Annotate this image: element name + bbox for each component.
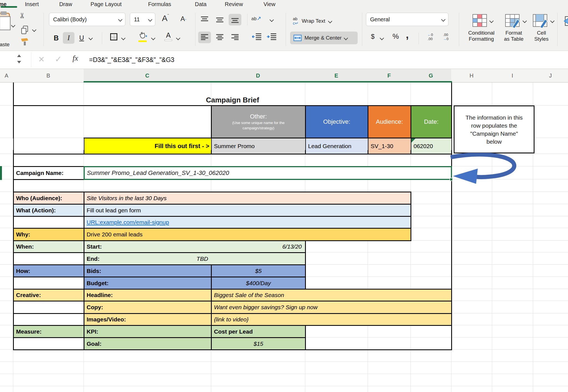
- cell-budget-label-empty[interactable]: [13, 277, 84, 290]
- cell-styles-button[interactable]: CellStyles: [529, 13, 554, 48]
- cancel-icon[interactable]: ✕: [38, 55, 45, 64]
- cell-why-label[interactable]: Why:: [13, 228, 84, 241]
- align-bottom-button[interactable]: [229, 14, 241, 25]
- conditional-formatting-button[interactable]: ConditionalFormatting: [464, 13, 499, 48]
- cell-images-label[interactable]: Images/Video:: [84, 313, 212, 326]
- font-family-select[interactable]: Calibri (Body): [49, 13, 125, 26]
- cell-copy-label[interactable]: Copy:: [84, 301, 212, 314]
- cell-goal-value[interactable]: $15: [211, 337, 306, 350]
- fill-color-button[interactable]: [138, 32, 148, 44]
- format-painter-button[interactable]: [20, 38, 29, 48]
- cell-fill-prompt[interactable]: Fill this out first - >: [84, 138, 212, 154]
- percent-button[interactable]: %: [393, 32, 399, 41]
- callout-text-box[interactable]: The information in this row populates th…: [454, 105, 535, 153]
- curved-arrow-icon[interactable]: [448, 153, 523, 184]
- decrease-font-button[interactable]: Aˇ: [180, 15, 186, 23]
- cell-kpi-value[interactable]: Cost per Lead: [211, 325, 306, 338]
- cell-goal-label-empty[interactable]: [13, 337, 84, 350]
- format-as-table-button[interactable]: Formatas Table: [500, 13, 528, 48]
- tab-review[interactable]: Review: [225, 0, 243, 8]
- tab-formulas[interactable]: Formulas: [148, 0, 171, 8]
- tab-insert[interactable]: Insert: [25, 0, 39, 8]
- column-header-d[interactable]: D: [211, 69, 305, 82]
- align-middle-button[interactable]: [213, 14, 226, 25]
- wrap-text-button[interactable]: abc↵ Wrap Text: [293, 15, 354, 27]
- cell-creative-label[interactable]: Creative:: [13, 289, 84, 301]
- align-top-button[interactable]: [198, 14, 211, 25]
- cell-end-label-empty[interactable]: [13, 252, 84, 265]
- cell-what-label[interactable]: What (Action):: [13, 204, 84, 217]
- currency-button[interactable]: $: [371, 33, 375, 40]
- cell-budget-value[interactable]: $400/Day: [211, 277, 306, 290]
- cell-url-value[interactable]: URL:example.com/email-signup: [84, 216, 411, 229]
- tab-data[interactable]: Data: [195, 0, 206, 8]
- column-header-a[interactable]: A: [0, 69, 13, 82]
- tab-view[interactable]: View: [264, 0, 275, 8]
- increase-font-button[interactable]: Aˆ: [162, 13, 169, 23]
- number-format-select[interactable]: General: [366, 13, 448, 26]
- orientation-button[interactable]: ab↗: [251, 15, 268, 25]
- cell-url-label-empty[interactable]: [13, 216, 84, 229]
- cell-when-label[interactable]: When:: [13, 240, 84, 253]
- copy-button[interactable]: [20, 25, 29, 35]
- cell-copy-value[interactable]: Want even bigger savings? Sign up now: [211, 301, 452, 314]
- cell-why-value[interactable]: Drive 200 email leads: [84, 228, 411, 241]
- decrease-indent-button[interactable]: [251, 33, 262, 42]
- cell-budget-label[interactable]: Budget:: [84, 277, 212, 290]
- borders-button[interactable]: [110, 33, 117, 40]
- url-link[interactable]: URL:example.com/email-signup: [84, 219, 169, 226]
- cell-who-value[interactable]: Site Visitors in the last 30 Days: [84, 192, 411, 205]
- cell-audience-value[interactable]: SV_1-30: [368, 138, 411, 154]
- cell-bids-value[interactable]: $5: [211, 264, 306, 277]
- increase-indent-button[interactable]: [266, 33, 277, 42]
- column-header-h[interactable]: H: [451, 69, 492, 82]
- cell-headline-value[interactable]: Biggest Sale of the Season: [211, 289, 452, 301]
- cell-date-header[interactable]: Date:: [410, 105, 452, 138]
- cut-button[interactable]: ✄: [18, 13, 26, 19]
- cell-objective-value[interactable]: Lead Generation: [305, 138, 368, 154]
- cell-objective-header[interactable]: Objective:: [305, 105, 368, 138]
- cell-campaign-name-value[interactable]: Summer Promo_Lead Generation_SV_1-30_062…: [84, 166, 452, 180]
- cell-start[interactable]: Start: 6/13/20: [84, 240, 306, 253]
- formula-input[interactable]: =D3&"_"&E3&"_"&F3&"_"&G3: [89, 51, 174, 69]
- cell-campaign-brief-title[interactable]: Campaign Brief: [13, 82, 452, 106]
- fx-icon[interactable]: fx: [73, 54, 78, 63]
- cell-images-value[interactable]: {link to video}: [211, 313, 452, 326]
- increase-decimal-button[interactable]: ←0.00: [424, 33, 437, 41]
- column-header-g[interactable]: G: [410, 69, 451, 82]
- font-color-button[interactable]: A: [164, 31, 173, 44]
- merge-center-button[interactable]: Merge & Center: [290, 32, 358, 44]
- cell-other-value[interactable]: Summer Promo: [211, 138, 306, 154]
- cell-who-label[interactable]: Who (Audience):: [13, 192, 84, 205]
- paste-button[interactable]: Paste: [0, 11, 18, 47]
- cell-audience-header[interactable]: Audience:: [368, 105, 411, 138]
- underline-button[interactable]: U: [76, 32, 87, 44]
- italic-button[interactable]: I: [63, 32, 74, 44]
- align-right-button[interactable]: [229, 32, 241, 43]
- tab-draw[interactable]: Draw: [59, 0, 72, 8]
- column-header-e[interactable]: E: [305, 69, 368, 82]
- cell-other-header[interactable]: Other: (Use some unique name for the cam…: [211, 105, 306, 138]
- align-left-button[interactable]: [198, 32, 211, 43]
- tab-page-layout[interactable]: Page Layout: [91, 0, 122, 8]
- cell-what-value[interactable]: Fill out lead gen form: [84, 204, 411, 217]
- decrease-decimal-button[interactable]: .00→0: [439, 33, 452, 41]
- confirm-icon[interactable]: ✓: [55, 54, 62, 64]
- cell-end[interactable]: End: TBD: [84, 252, 306, 265]
- comma-button[interactable]: ,: [406, 29, 409, 41]
- column-header-b[interactable]: B: [13, 69, 84, 82]
- fill-handle[interactable]: [450, 178, 453, 181]
- name-box-stepper-up[interactable]: [17, 55, 21, 57]
- bold-button[interactable]: B: [51, 32, 62, 44]
- insert-cells-button[interactable]: [564, 16, 568, 31]
- column-header-c[interactable]: C: [84, 69, 211, 82]
- cell-headline-label[interactable]: Headline:: [84, 289, 212, 301]
- cell-measure-label[interactable]: Measure:: [13, 325, 84, 338]
- cell-date-value[interactable]: 062020: [410, 138, 452, 154]
- column-header-i[interactable]: I: [492, 69, 533, 82]
- cell-campaign-name-label[interactable]: Campaign Name:: [13, 166, 84, 180]
- cell-kpi-label[interactable]: KPI:: [84, 325, 212, 338]
- column-header-j[interactable]: J: [533, 69, 568, 82]
- cell-bids-label[interactable]: Bids:: [84, 264, 212, 277]
- cell-goal-label[interactable]: Goal:: [84, 337, 212, 350]
